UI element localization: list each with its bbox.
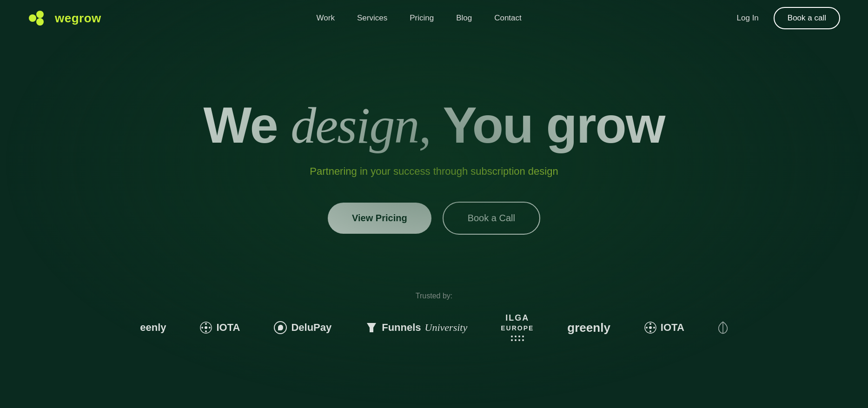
svg-point-21 [649,330,651,332]
svg-point-14 [511,339,513,341]
svg-point-7 [201,327,203,329]
wegrow-logo-icon [28,11,50,26]
partial-logo-icon [718,321,728,334]
delupay-icon [273,321,287,335]
logo-funnels: Funnels University [365,321,467,334]
svg-point-22 [646,327,648,329]
logo-eenly: eenly [140,322,166,334]
svg-point-0 [29,14,36,22]
svg-point-1 [36,11,44,18]
trusted-section: Trusted by: eenly IOTA DeluPay [0,278,868,351]
svg-point-23 [653,327,655,329]
svg-point-10 [511,336,513,337]
iota-icon-2 [644,321,657,334]
svg-point-12 [518,336,520,337]
iota-text-2: IOTA [661,322,684,334]
funnels-icon [365,321,378,334]
hero-title-end: You grow [431,96,664,153]
book-call-button[interactable]: Book a Call [443,202,540,235]
logo-iota-1: IOTA [199,321,240,334]
nav-blog[interactable]: Blog [456,13,472,22]
svg-point-8 [209,327,211,329]
svg-point-4 [205,326,207,329]
logo-ilga: ILGAEUROPE [501,313,534,342]
navbar: wegrow Work Services Pricing Blog Contac… [0,0,868,36]
svg-point-11 [515,336,517,337]
trusted-label: Trusted by: [0,292,868,300]
logo-greenly: greenly [567,321,610,335]
login-link[interactable]: Log In [737,13,759,23]
funnels-text: Funnels [382,322,421,334]
nav-links: Work Services Pricing Blog Contact [317,13,522,23]
nav-book-call-button[interactable]: Book a call [774,7,840,29]
iota-text-1: IOTA [216,322,240,334]
eenly-text: eenly [140,322,166,334]
nav-right: Log In Book a call [737,7,840,29]
svg-point-6 [205,330,207,332]
hero-title-start: We [204,96,291,153]
hero-subtitle: Partnering in your success through subsc… [310,165,558,178]
hero-section: We design, You grow Partnering in your s… [0,36,868,278]
view-pricing-button[interactable]: View Pricing [328,203,431,234]
ilga-dots-icon [510,335,525,342]
nav-services[interactable]: Services [357,13,387,22]
logo-text: wegrow [55,11,101,26]
svg-point-19 [649,326,652,329]
delupay-text: DeluPay [291,322,331,334]
logo-iota-2: IOTA [644,321,684,334]
nav-pricing[interactable]: Pricing [410,13,434,22]
hero-buttons: View Pricing Book a Call [328,202,540,235]
svg-point-15 [515,339,517,341]
hero-title-italic: design, [291,97,431,154]
nav-contact[interactable]: Contact [494,13,522,22]
svg-marker-9 [367,323,376,332]
svg-point-13 [522,336,524,337]
svg-point-17 [522,339,524,341]
logo-partial-right [718,321,728,334]
iota-icon-1 [199,321,212,334]
funnels-university-text: University [425,322,468,334]
nav-work[interactable]: Work [317,13,335,22]
logo-link[interactable]: wegrow [28,11,101,26]
logo-delupay: DeluPay [273,321,331,335]
svg-point-20 [649,323,651,325]
svg-point-2 [36,18,44,26]
hero-title: We design, You grow [204,98,665,153]
svg-point-16 [518,339,520,341]
logos-strip: eenly IOTA DeluPay [0,313,868,342]
ilga-text: ILGAEUROPE [501,313,534,333]
greenly-text: greenly [567,321,610,335]
svg-point-5 [205,323,207,325]
